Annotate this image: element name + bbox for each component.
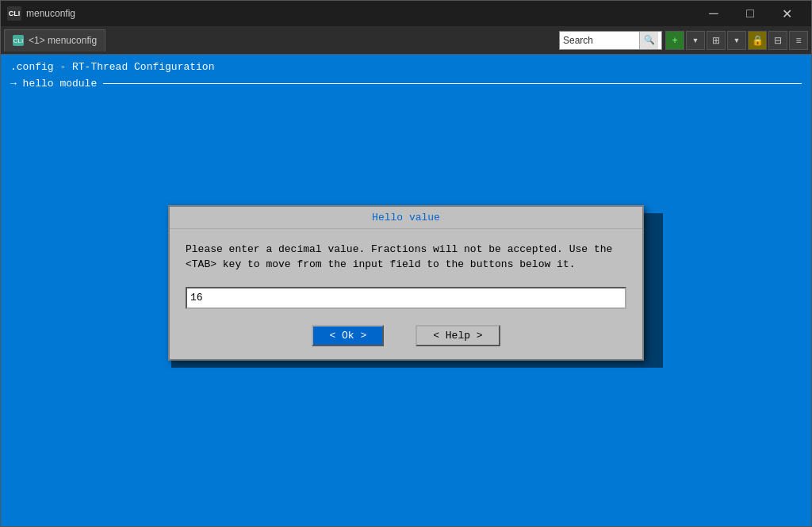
search-button[interactable]: 🔍 — [639, 32, 658, 49]
dialog-desc-line1: Please enter a decimal value. Fractions … — [186, 242, 626, 258]
add-icon[interactable]: + — [665, 31, 684, 50]
dropdown-icon[interactable]: ▼ — [686, 31, 705, 50]
lock-icon[interactable]: 🔒 — [748, 31, 767, 50]
dialog-buttons: < Ok > < Help > — [170, 315, 642, 359]
tab-menuconfig[interactable]: CLI <1> menuconfig — [4, 29, 105, 52]
dialog-desc-line2: <TAB> key to move from the input field t… — [186, 257, 626, 273]
dialog-input-row — [170, 281, 642, 315]
main-content: .config - RT-Thread Configuration → hell… — [1, 55, 811, 526]
minimize-button[interactable]: ─ — [695, 1, 732, 26]
maximize-button[interactable]: □ — [732, 1, 768, 26]
dialog-body: Please enter a decimal value. Fractions … — [170, 229, 642, 281]
titlebar: CLI menuconfig ─ □ ✕ — [1, 1, 811, 26]
dialog-overlay: Hello value Please enter a decimal value… — [1, 55, 811, 526]
window-title: menuconfig — [26, 8, 695, 19]
main-window: CLI menuconfig ─ □ ✕ CLI <1> menuconfig … — [0, 0, 812, 527]
close-button[interactable]: ✕ — [768, 1, 805, 26]
window-controls: ─ □ ✕ — [695, 1, 805, 26]
menu-icon[interactable]: ≡ — [789, 31, 808, 50]
view-icon[interactable]: ⊞ — [707, 31, 726, 50]
hello-value-dialog: Hello value Please enter a decimal value… — [168, 205, 644, 361]
dropdown2-icon[interactable]: ▼ — [727, 31, 746, 50]
tab-icon: CLI — [13, 35, 24, 46]
app-icon: CLI — [7, 6, 21, 21]
panel-icon[interactable]: ⊟ — [768, 31, 787, 50]
app-icon-label: CLI — [9, 10, 21, 17]
help-button[interactable]: < Help > — [416, 325, 500, 346]
dialog-title: Hello value — [170, 207, 642, 229]
search-input[interactable] — [560, 35, 639, 46]
ok-button[interactable]: < Ok > — [312, 325, 384, 346]
toolbar: CLI <1> menuconfig 🔍 + ▼ ⊞ ▼ 🔒 ⊟ ≡ — [1, 26, 811, 55]
tab-label: <1> menuconfig — [29, 35, 97, 46]
toolbar-icons: + ▼ ⊞ ▼ 🔒 ⊟ ≡ — [665, 31, 808, 50]
search-box[interactable]: 🔍 — [559, 31, 662, 50]
dialog-value-input[interactable] — [186, 287, 626, 309]
